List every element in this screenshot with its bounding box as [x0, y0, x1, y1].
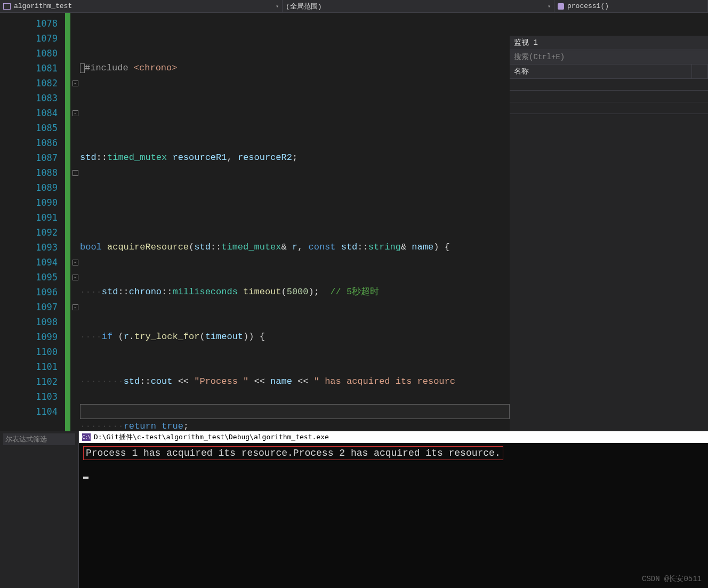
fold-slot[interactable]	[70, 120, 80, 135]
watch-rows	[510, 79, 708, 114]
console-title-text: D:\Git插件\c-test\algorithm_test\Debug\alg…	[94, 432, 329, 442]
scope-dropdown[interactable]: (全局范围) ▾	[283, 0, 554, 12]
fold-slot[interactable]	[70, 315, 80, 329]
fold-slot[interactable]	[70, 16, 80, 31]
chevron-down-icon: ▾	[548, 3, 551, 10]
current-line-highlight	[80, 404, 510, 419]
line-number: 1103	[0, 389, 58, 404]
watch-search-input[interactable]: 搜索(Ctrl+E)	[510, 50, 708, 65]
line-number: 1088	[0, 165, 58, 180]
watch-col-name[interactable]: 名称	[510, 65, 692, 78]
code-editor[interactable]: 1078107910801081108210831084108510861087…	[0, 13, 510, 431]
function-icon	[558, 3, 564, 10]
watch-row[interactable]	[510, 102, 708, 114]
watch-row[interactable]	[510, 91, 708, 102]
line-number: 1094	[0, 255, 58, 270]
watch-row[interactable]	[510, 79, 708, 91]
line-number: 1079	[0, 31, 58, 46]
fold-slot[interactable]	[70, 240, 80, 255]
line-number: 1100	[0, 344, 58, 359]
project-name: algorithm_test	[14, 2, 72, 10]
fold-slot[interactable]	[70, 285, 80, 300]
code-content[interactable]: #include <chrono> std::timed_mutex resou…	[80, 13, 510, 431]
fold-slot[interactable]	[70, 61, 80, 76]
fold-slot[interactable]	[70, 344, 80, 359]
line-number: 1099	[0, 329, 58, 344]
console-icon: C:\	[82, 433, 91, 441]
line-number: 1089	[0, 180, 58, 195]
line-number: 1086	[0, 135, 58, 150]
scope-label: (全局范围)	[286, 2, 322, 11]
fold-slot[interactable]	[70, 135, 80, 150]
console-output-line: Process 1 has acquired its resource.Proc…	[83, 446, 503, 460]
line-number: 1082	[0, 76, 58, 91]
fold-slot[interactable]	[70, 31, 80, 46]
fold-toggle-icon[interactable]: -	[73, 260, 78, 265]
line-number: 1092	[0, 225, 58, 240]
line-number: 1087	[0, 150, 58, 165]
line-number: 1095	[0, 270, 58, 285]
fold-slot[interactable]	[70, 91, 80, 106]
project-icon	[3, 3, 11, 10]
fold-toggle-icon[interactable]: -	[73, 304, 78, 310]
console-cursor	[83, 477, 88, 479]
line-number: 1098	[0, 315, 58, 329]
line-number: 1091	[0, 210, 58, 225]
line-number: 1078	[0, 16, 58, 31]
fold-slot[interactable]: -	[70, 300, 80, 315]
fold-slot[interactable]	[70, 359, 80, 374]
fold-slot[interactable]	[70, 225, 80, 240]
fold-toggle-icon[interactable]: -	[73, 80, 78, 86]
console-output[interactable]: Process 1 has acquired its resource.Proc…	[79, 443, 708, 485]
fold-margin[interactable]: ------	[70, 13, 80, 431]
line-number: 1093	[0, 240, 58, 255]
function-name: process1()	[567, 2, 609, 10]
breakpoint-filter-input[interactable]: 尔表达式筛选	[3, 433, 75, 445]
line-number: 1085	[0, 120, 58, 135]
chevron-down-icon: ▾	[276, 3, 279, 10]
fold-slot[interactable]: -	[70, 165, 80, 180]
main-layout: 1078107910801081108210831084108510861087…	[0, 13, 708, 431]
fold-slot[interactable]	[70, 180, 80, 195]
fold-slot[interactable]: -	[70, 106, 80, 120]
fold-slot[interactable]	[70, 404, 80, 419]
fold-slot[interactable]: -	[70, 76, 80, 91]
line-number: 1083	[0, 91, 58, 106]
line-number: 1097	[0, 300, 58, 315]
watch-title: 监视 1	[510, 36, 708, 50]
fold-toggle-icon[interactable]: -	[73, 110, 78, 116]
line-number: 1080	[0, 46, 58, 61]
fold-slot[interactable]	[70, 46, 80, 61]
watch-table-header: 名称	[510, 65, 708, 79]
console-panel: C:\ D:\Git插件\c-test\algorithm_test\Debug…	[79, 431, 708, 588]
navigation-bar: algorithm_test ▾ (全局范围) ▾ process1()	[0, 0, 708, 13]
line-number: 1090	[0, 195, 58, 210]
line-number: 1104	[0, 404, 58, 419]
fold-slot[interactable]: -	[70, 270, 80, 285]
fold-toggle-icon[interactable]: -	[73, 170, 78, 176]
fold-slot[interactable]	[70, 374, 80, 389]
line-number: 1081	[0, 61, 58, 76]
line-number-gutter: 1078107910801081108210831084108510861087…	[0, 13, 65, 431]
fold-slot[interactable]: -	[70, 255, 80, 270]
fold-slot[interactable]	[70, 389, 80, 404]
line-number: 1102	[0, 374, 58, 389]
function-dropdown[interactable]: process1()	[554, 0, 708, 12]
breakpoint-panel: 尔表达式筛选	[0, 431, 79, 588]
watch-panel: 监视 1 搜索(Ctrl+E) 名称	[510, 36, 708, 431]
fold-slot[interactable]	[70, 329, 80, 344]
fold-slot[interactable]	[70, 195, 80, 210]
fold-slot[interactable]	[70, 150, 80, 165]
console-title-bar: C:\ D:\Git插件\c-test\algorithm_test\Debug…	[79, 431, 708, 443]
project-dropdown[interactable]: algorithm_test ▾	[0, 0, 283, 12]
watermark: CSDN @长安0511	[642, 574, 702, 584]
line-number: 1084	[0, 106, 58, 120]
line-number: 1101	[0, 359, 58, 374]
bottom-area: 尔表达式筛选 C:\ D:\Git插件\c-test\algorithm_tes…	[0, 431, 708, 588]
change-margin	[65, 13, 70, 431]
fold-slot[interactable]	[70, 210, 80, 225]
watch-col-value[interactable]	[692, 65, 708, 78]
line-number: 1096	[0, 285, 58, 300]
fold-toggle-icon[interactable]: -	[73, 275, 78, 280]
